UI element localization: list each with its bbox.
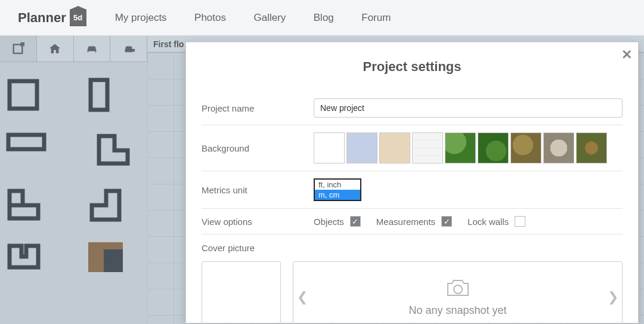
shape-cube[interactable] (88, 242, 123, 272)
metrics-option-ft[interactable]: ft, inch (315, 180, 360, 190)
shape-palette (6, 78, 143, 272)
logo-badge: 5d (70, 10, 86, 26)
floor-label[interactable]: First flo (153, 39, 184, 49)
cover-carousel: ❮ No any snapshot yet ❯ (293, 261, 623, 324)
logo[interactable]: Planner 5d (18, 10, 86, 26)
cover-empty-text: No any snapshot yet (408, 304, 506, 317)
swatch-blue[interactable] (346, 132, 377, 163)
sofa-icon (85, 42, 99, 55)
svg-rect-4 (104, 249, 123, 272)
svg-point-5 (454, 285, 462, 294)
shape-square[interactable] (6, 78, 41, 112)
svg-rect-0 (10, 81, 37, 109)
chk-lockwalls-group[interactable]: Lock walls (467, 216, 525, 227)
label-background: Background (202, 143, 314, 153)
metrics-dropdown[interactable]: ft, inch m, cm (314, 178, 361, 201)
svg-rect-2 (8, 135, 44, 149)
shape-l2[interactable] (6, 187, 41, 222)
swatch-grass1[interactable] (445, 132, 476, 163)
close-icon[interactable]: ✕ (621, 47, 632, 63)
camera-icon (445, 278, 470, 298)
background-swatches (314, 132, 607, 163)
elements-icon (122, 42, 136, 55)
chk-lockwalls[interactable] (515, 216, 525, 227)
nav-blog[interactable]: Blog (314, 12, 334, 23)
swatch-beige[interactable] (379, 132, 410, 163)
chk-measurements-group[interactable]: Measurements ✓ (376, 216, 452, 227)
modal-title: Project settings (186, 59, 638, 75)
field-cover: Cover picture ❮ No any snapshot yet ❯ (202, 234, 623, 324)
shape-tall-rect[interactable] (88, 78, 111, 112)
metrics-option-m[interactable]: m, cm (315, 190, 360, 200)
project-name-input[interactable] (314, 98, 623, 118)
project-settings-modal: ✕ Project settings Project name Backgrou… (185, 42, 639, 323)
chk-lockwalls-label: Lock walls (467, 217, 509, 227)
nav-forum[interactable]: Forum (361, 12, 391, 23)
tool-furniture[interactable] (74, 36, 111, 61)
field-view-options: View options Objects ✓ Measurements ✓ Lo… (202, 209, 623, 234)
tool-elements[interactable] (110, 36, 147, 61)
tool-home[interactable] (37, 36, 74, 61)
fullscreen-icon (11, 42, 24, 55)
shape-l3[interactable] (88, 187, 123, 222)
top-nav: Planner 5d My projects Photos Gallery Bl… (0, 0, 644, 36)
swatch-sand[interactable] (510, 132, 541, 163)
nav-photos[interactable]: Photos (194, 12, 226, 23)
carousel-next-icon[interactable]: ❯ (604, 289, 622, 305)
logo-text: Planner (18, 10, 66, 26)
left-toolbar (0, 36, 147, 62)
field-background: Background (202, 125, 623, 171)
svg-rect-1 (91, 80, 107, 110)
field-metrics: Metrics unit ft, inch m, cm (202, 171, 623, 209)
cover-thumb[interactable] (202, 261, 281, 324)
carousel-prev-icon[interactable]: ❮ (293, 289, 311, 305)
shape-wide-rect[interactable] (6, 132, 48, 153)
nav-my-projects[interactable]: My projects (115, 12, 167, 23)
field-project-name: Project name (202, 91, 623, 125)
label-cover: Cover picture (202, 234, 314, 253)
tool-fullscreen[interactable] (0, 36, 37, 61)
chk-measurements[interactable]: ✓ (441, 216, 452, 227)
chk-objects[interactable]: ✓ (350, 216, 361, 227)
swatch-grass2[interactable] (478, 132, 509, 163)
chk-objects-group[interactable]: Objects ✓ (314, 216, 361, 227)
label-metrics: Metrics unit (202, 185, 314, 195)
swatch-gravel[interactable] (543, 132, 574, 163)
shape-u[interactable] (6, 242, 41, 270)
home-icon (48, 42, 61, 55)
chk-measurements-label: Measurements (376, 217, 435, 227)
label-view: View options (202, 217, 314, 227)
swatch-dirt[interactable] (576, 132, 607, 163)
nav-links: My projects Photos Gallery Blog Forum (115, 12, 416, 24)
swatch-white[interactable] (314, 132, 345, 163)
nav-gallery[interactable]: Gallery (253, 12, 286, 23)
shape-l1[interactable] (95, 132, 130, 167)
label-project-name: Project name (202, 103, 314, 113)
swatch-grid[interactable] (412, 132, 443, 163)
chk-objects-label: Objects (314, 217, 344, 227)
